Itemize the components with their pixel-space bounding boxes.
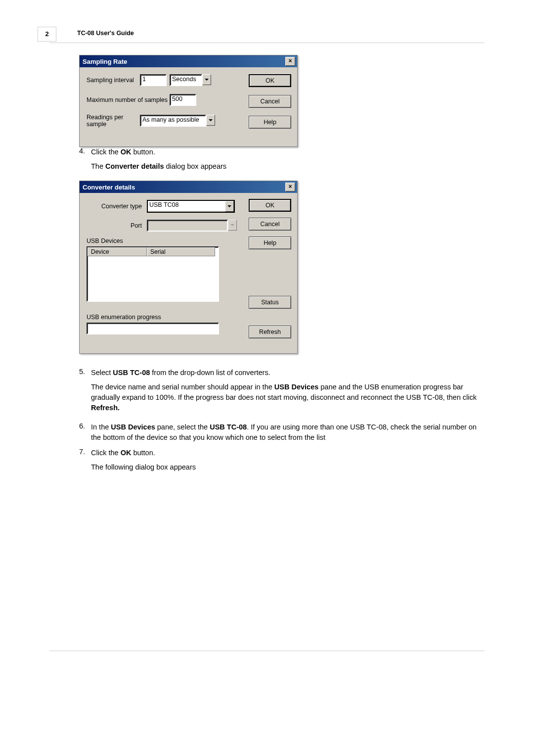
step-4-followup: The Converter details dialog box appears xyxy=(91,161,485,172)
step-7-followup: The following dialog box appears xyxy=(91,462,485,472)
max-samples-input[interactable]: 500 xyxy=(170,94,196,106)
close-icon[interactable]: × xyxy=(285,57,295,66)
close-icon[interactable]: × xyxy=(285,183,295,191)
port-select xyxy=(147,220,228,232)
page-number: 2 xyxy=(38,27,56,42)
max-samples-label: Maximum number of samples xyxy=(87,96,170,103)
sampling-interval-label: Sampling interval xyxy=(87,77,140,84)
status-button[interactable]: Status xyxy=(249,296,291,309)
column-serial[interactable]: Serial xyxy=(147,247,215,256)
chevron-down-icon xyxy=(228,220,237,231)
chevron-down-icon[interactable] xyxy=(206,115,215,126)
step-5-paragraph: The device name and serial number should… xyxy=(91,382,485,413)
usb-devices-list[interactable]: Device Serial xyxy=(87,246,219,302)
chevron-down-icon[interactable] xyxy=(202,74,211,85)
help-button[interactable]: Help xyxy=(249,116,291,129)
cancel-button[interactable]: Cancel xyxy=(249,218,291,231)
cancel-button[interactable]: Cancel xyxy=(249,95,291,108)
port-label: Port xyxy=(87,222,147,229)
sampling-rate-dialog: Sampling Rate × OK Cancel Help Sampling … xyxy=(79,55,298,147)
sampling-interval-unit[interactable]: Seconds xyxy=(170,74,202,86)
step-5: 5. Select USB TC-08 from the drop-down l… xyxy=(79,368,485,378)
readings-per-sample-select[interactable]: As many as possible xyxy=(140,115,206,127)
help-button[interactable]: Help xyxy=(249,236,291,249)
dialog-title: Converter details xyxy=(83,184,135,191)
converter-details-dialog: Converter details × OK Cancel Help Statu… xyxy=(79,181,298,354)
ok-button[interactable]: OK xyxy=(249,199,291,212)
usb-progress-label: USB enumeration progress xyxy=(87,314,291,321)
chevron-down-icon[interactable] xyxy=(225,201,234,212)
header-title: TC-08 User's Guide xyxy=(77,30,134,37)
step-7: 7. Click the OK button. xyxy=(79,448,485,458)
dialog-title: Sampling Rate xyxy=(83,58,127,65)
ok-button[interactable]: OK xyxy=(249,74,291,87)
step-6: 6. In the USB Devices pane, select the U… xyxy=(79,422,485,443)
step-4: 4. Click the OK button. xyxy=(79,147,485,157)
converter-type-select[interactable]: USB TC08 xyxy=(148,201,225,211)
sampling-interval-input[interactable]: 1 xyxy=(140,74,167,86)
column-device[interactable]: Device xyxy=(88,247,147,256)
page-header: 2 TC-08 User's Guide xyxy=(49,30,485,43)
usb-progress-bar xyxy=(87,323,219,334)
readings-per-sample-label: Readings persample xyxy=(87,114,140,128)
dialog-titlebar: Converter details × xyxy=(80,181,297,193)
converter-type-label: Converter type xyxy=(87,203,147,210)
refresh-button[interactable]: Refresh xyxy=(249,326,291,338)
dialog-titlebar: Sampling Rate × xyxy=(80,55,297,67)
footer-divider xyxy=(49,651,485,651)
